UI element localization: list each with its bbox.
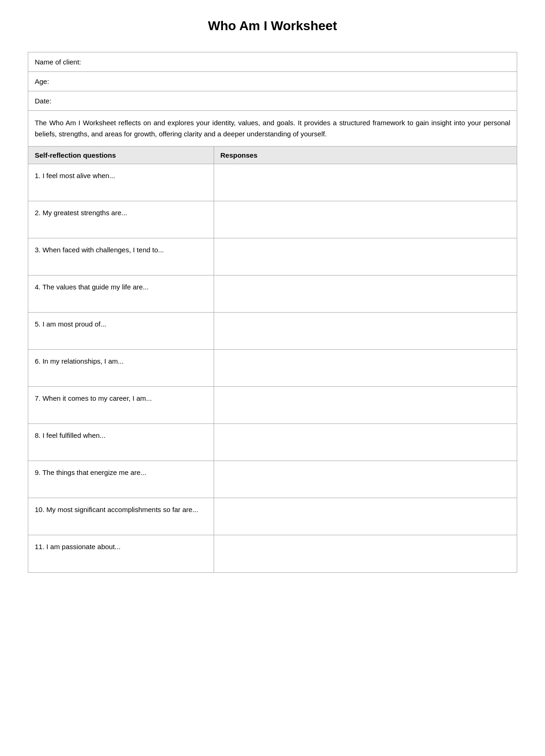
response-3: [214, 238, 517, 275]
table-row: 6. In my relationships, I am...: [28, 350, 517, 387]
question-11: 11. I am passionate about...: [28, 535, 214, 572]
table-row: 4. The values that guide my life are...: [28, 275, 517, 313]
question-3: 3. When faced with challenges, I tend to…: [28, 238, 214, 275]
age-field: Age:: [28, 72, 517, 91]
table-row: 11. I am passionate about...: [28, 535, 517, 572]
question-5: 5. I am most proud of...: [28, 313, 214, 349]
response-1: [214, 164, 517, 201]
questions-table: Self-reflection questions Responses 1. I…: [28, 147, 517, 572]
table-row: 7. When it comes to my career, I am...: [28, 387, 517, 424]
question-7: 7. When it comes to my career, I am...: [28, 387, 214, 423]
question-10: 10. My most significant accomplishments …: [28, 498, 214, 535]
response-7: [214, 387, 517, 423]
response-8: [214, 424, 517, 461]
header-question: Self-reflection questions: [28, 147, 214, 164]
table-row: 9. The things that energize me are...: [28, 461, 517, 498]
description-text: The Who Am I Worksheet reflects on and e…: [28, 111, 517, 147]
table-row: 8. I feel fulfilled when...: [28, 424, 517, 461]
page-title: Who Am I Worksheet: [28, 19, 517, 33]
response-11: [214, 535, 517, 572]
header-response: Responses: [214, 147, 517, 164]
question-2: 2. My greatest strengths are...: [28, 201, 214, 238]
response-2: [214, 201, 517, 238]
question-4: 4. The values that guide my life are...: [28, 275, 214, 312]
date-field: Date:: [28, 91, 517, 111]
table-row: 3. When faced with challenges, I tend to…: [28, 238, 517, 275]
question-9: 9. The things that energize me are...: [28, 461, 214, 498]
response-6: [214, 350, 517, 386]
response-5: [214, 313, 517, 349]
name-field: Name of client:: [28, 52, 517, 72]
question-1: 1. I feel most alive when...: [28, 164, 214, 201]
worksheet-container: Name of client: Age: Date: The Who Am I …: [28, 52, 517, 573]
table-row: 10. My most significant accomplishments …: [28, 498, 517, 535]
table-row: 1. I feel most alive when...: [28, 164, 517, 201]
table-row: 5. I am most proud of...: [28, 313, 517, 350]
response-10: [214, 498, 517, 535]
table-row: 2. My greatest strengths are...: [28, 201, 517, 238]
question-6: 6. In my relationships, I am...: [28, 350, 214, 386]
response-9: [214, 461, 517, 498]
question-8: 8. I feel fulfilled when...: [28, 424, 214, 461]
response-4: [214, 275, 517, 312]
table-header: Self-reflection questions Responses: [28, 147, 517, 164]
